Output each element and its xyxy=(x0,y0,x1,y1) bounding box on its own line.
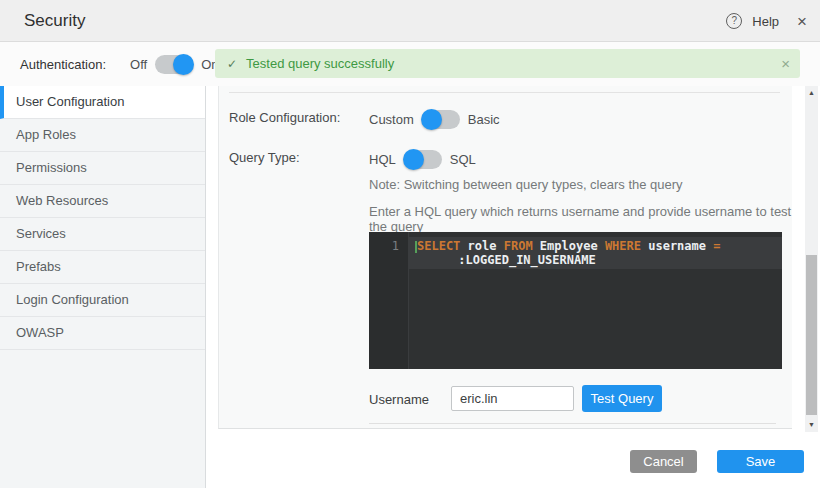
basic-label: Basic xyxy=(468,112,500,127)
authentication-toggle[interactable] xyxy=(155,55,193,74)
query-type-control: HQL SQL xyxy=(369,148,476,170)
header-actions: ? Help × xyxy=(726,0,807,42)
role-configuration-control: Custom Basic xyxy=(369,108,500,130)
toggle-knob xyxy=(173,54,194,75)
banner-message: Tested query successfully xyxy=(246,56,394,71)
code-line: SELECT role FROM Employee WHERE username… xyxy=(415,239,782,253)
code-area[interactable]: SELECT role FROM Employee WHERE username… xyxy=(409,232,782,369)
header-bar: Security ? Help × xyxy=(0,0,820,42)
section-divider xyxy=(369,423,776,424)
toggle-knob xyxy=(421,109,442,130)
test-query-button[interactable]: Test Query xyxy=(582,385,662,412)
content-panel: Role Configuration: Custom Basic Query T… xyxy=(218,86,792,429)
code-content: SELECT role FROM Employee WHERE username… xyxy=(409,237,782,269)
save-button[interactable]: Save xyxy=(717,450,804,473)
username-input[interactable] xyxy=(451,386,574,411)
query-hint: Enter a HQL query which returns username… xyxy=(369,204,792,234)
cancel-button[interactable]: Cancel xyxy=(630,450,697,473)
code-line: :LOGGED_IN_USERNAME xyxy=(415,253,782,267)
query-code-editor[interactable]: 1 SELECT role FROM Employee WHERE userna… xyxy=(369,232,782,369)
sidebar-item-owasp[interactable]: OWASP xyxy=(0,317,205,350)
security-dialog: Security ? Help × Authentication: Off On… xyxy=(0,0,820,488)
role-configuration-label: Role Configuration: xyxy=(229,110,340,125)
hql-label: HQL xyxy=(369,152,396,167)
query-type-note: Note: Switching between query types, cle… xyxy=(369,177,683,192)
custom-label: Custom xyxy=(369,112,414,127)
sidebar-item-permissions[interactable]: Permissions xyxy=(0,152,205,185)
editor-gutter: 1 xyxy=(369,232,409,369)
help-icon[interactable]: ? xyxy=(726,13,742,29)
scroll-down-icon[interactable]: ▼ xyxy=(805,419,818,431)
sidebar-item-user-configuration[interactable]: User Configuration xyxy=(0,86,205,119)
section-divider xyxy=(229,92,780,93)
sidebar-item-app-roles[interactable]: App Roles xyxy=(0,119,205,152)
query-type-label: Query Type: xyxy=(229,150,300,165)
scrollbar-thumb[interactable] xyxy=(806,255,817,415)
sidebar-item-login-configuration[interactable]: Login Configuration xyxy=(0,284,205,317)
toggle-knob xyxy=(403,149,424,170)
line-number: 1 xyxy=(369,239,399,253)
close-icon[interactable]: × xyxy=(797,13,807,30)
role-configuration-toggle[interactable] xyxy=(422,110,460,129)
authentication-toggle-group: Authentication: Off On xyxy=(20,42,218,86)
authentication-label: Authentication: xyxy=(20,57,106,72)
success-banner: ✓ Tested query successfully × xyxy=(215,49,800,78)
sidebar-item-web-resources[interactable]: Web Resources xyxy=(0,185,205,218)
authentication-off-label: Off xyxy=(130,57,147,72)
vertical-scrollbar[interactable]: ▲ ▼ xyxy=(805,86,818,432)
scroll-up-icon[interactable]: ▲ xyxy=(805,87,818,99)
authentication-bar: Authentication: Off On ✓ Tested query su… xyxy=(0,42,820,86)
help-link[interactable]: Help xyxy=(752,14,779,29)
sidebar: User ConfigurationApp RolesPermissionsWe… xyxy=(0,86,206,488)
query-type-toggle[interactable] xyxy=(404,150,442,169)
sql-label: SQL xyxy=(450,152,476,167)
banner-close-icon[interactable]: × xyxy=(781,56,790,71)
username-label: Username xyxy=(369,392,429,407)
page-title: Security xyxy=(24,11,85,31)
sidebar-item-prefabs[interactable]: Prefabs xyxy=(0,251,205,284)
sidebar-item-services[interactable]: Services xyxy=(0,218,205,251)
check-icon: ✓ xyxy=(227,57,237,71)
